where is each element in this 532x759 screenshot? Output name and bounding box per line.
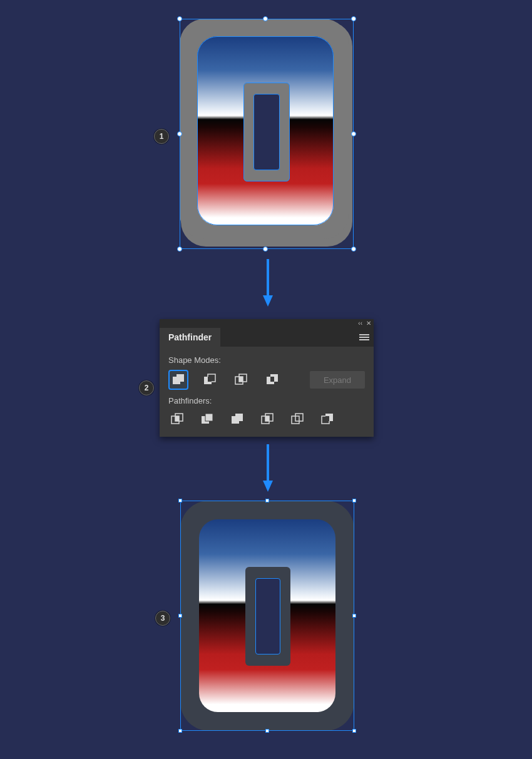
resize-handle[interactable] xyxy=(263,16,268,21)
svg-rect-20 xyxy=(205,414,213,421)
resize-handle[interactable] xyxy=(178,499,182,502)
step-badge-3: 3 xyxy=(155,611,170,626)
pathfinder-crop-button[interactable] xyxy=(258,410,276,428)
selection-counter-path xyxy=(243,83,290,181)
shape-mode-minus-front-button[interactable] xyxy=(200,370,220,390)
pathfinder-panel: ‹‹ ✕ Pathfinder Shape Modes: xyxy=(160,319,374,437)
svg-rect-12 xyxy=(239,377,243,382)
resize-handle[interactable] xyxy=(177,16,182,21)
pathfinder-minus-back-button[interactable] xyxy=(319,410,336,428)
resize-handle[interactable] xyxy=(177,131,182,136)
svg-rect-15 xyxy=(270,377,274,382)
step-badge-2: 2 xyxy=(139,380,154,395)
shape-mode-exclude-button[interactable] xyxy=(262,370,282,390)
resize-handle[interactable] xyxy=(265,499,269,502)
svg-rect-18 xyxy=(175,416,179,421)
tab-label: Pathfinder xyxy=(168,332,212,342)
collapse-icon[interactable]: ‹‹ xyxy=(358,320,362,327)
resize-handle[interactable] xyxy=(351,131,356,136)
pathfinder-merge-button[interactable] xyxy=(228,410,246,428)
resize-handle[interactable] xyxy=(263,247,268,252)
tab-pathfinder[interactable]: Pathfinder xyxy=(160,328,221,347)
resize-handle[interactable] xyxy=(352,614,356,618)
close-icon[interactable]: ✕ xyxy=(366,320,371,327)
resize-handle[interactable] xyxy=(352,729,356,733)
svg-marker-1 xyxy=(263,295,273,307)
resize-handle[interactable] xyxy=(351,16,356,21)
pathfinder-outline-button[interactable] xyxy=(289,410,306,428)
shape-mode-unite-button[interactable] xyxy=(168,370,188,390)
panel-topbar: ‹‹ ✕ xyxy=(160,319,374,328)
flow-arrow-icon xyxy=(263,258,268,307)
pathfinder-divide-button[interactable] xyxy=(168,410,186,428)
svg-rect-22 xyxy=(235,414,243,421)
expand-button[interactable]: Expand xyxy=(310,371,365,389)
shape-modes-row: Expand xyxy=(168,370,365,390)
step-number: 2 xyxy=(145,384,149,392)
step-badge-1: 1 xyxy=(154,129,169,144)
resize-handle[interactable] xyxy=(352,499,356,502)
pathfinder-trim-button[interactable] xyxy=(198,410,216,428)
svg-rect-6 xyxy=(176,374,184,382)
resize-handle[interactable] xyxy=(177,247,182,252)
svg-rect-30 xyxy=(325,416,329,421)
flow-arrow-icon xyxy=(263,443,268,492)
svg-rect-9 xyxy=(208,377,212,382)
svg-rect-25 xyxy=(265,416,269,421)
expand-button-label: Expand xyxy=(324,375,351,385)
shape-modes-label: Shape Modes: xyxy=(168,355,365,365)
panel-tabs: Pathfinder xyxy=(160,328,374,347)
pathfinders-row xyxy=(168,410,365,428)
step-number: 3 xyxy=(161,614,165,623)
svg-marker-32 xyxy=(263,481,273,492)
panel-flyout-menu-button[interactable] xyxy=(355,328,374,347)
resize-handle[interactable] xyxy=(178,614,182,618)
step1-artwork xyxy=(180,19,354,249)
resize-handle[interactable] xyxy=(265,729,269,733)
pathfinders-label: Pathfinders: xyxy=(168,396,365,405)
selection-bounding-box[interactable] xyxy=(180,501,354,731)
panel-body: Shape Modes: xyxy=(160,347,374,437)
step-number: 1 xyxy=(160,132,164,141)
resize-handle[interactable] xyxy=(351,247,356,252)
shape-mode-intersect-button[interactable] xyxy=(231,370,251,390)
resize-handle[interactable] xyxy=(178,729,182,733)
step3-artwork xyxy=(180,501,354,731)
tab-spacer xyxy=(221,328,355,347)
